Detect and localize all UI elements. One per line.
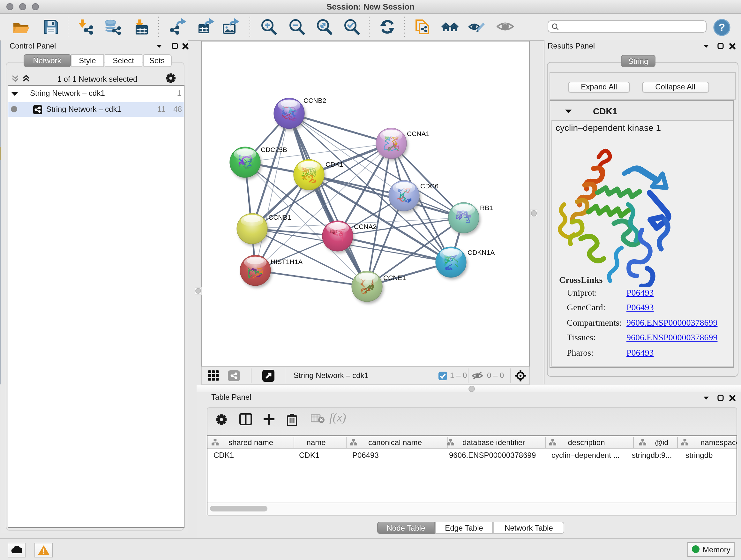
svg-text:CDK1: CDK1 bbox=[326, 161, 343, 168]
svg-text:CCNA1: CCNA1 bbox=[407, 130, 429, 137]
svg-text:CDC6: CDC6 bbox=[420, 182, 439, 190]
svg-text:CDC25B: CDC25B bbox=[261, 146, 287, 153]
svg-text:CDKN1A: CDKN1A bbox=[468, 249, 495, 256]
svg-text:CCNA2: CCNA2 bbox=[354, 223, 377, 230]
svg-text:CCNB2: CCNB2 bbox=[304, 97, 326, 104]
svg-text:HIST1H1A: HIST1H1A bbox=[271, 258, 302, 265]
svg-text:CCNE1: CCNE1 bbox=[383, 274, 406, 281]
svg-text:CCNB1: CCNB1 bbox=[268, 213, 291, 221]
svg-text:RB1: RB1 bbox=[480, 204, 493, 211]
svg-text:?: ? bbox=[719, 21, 725, 33]
